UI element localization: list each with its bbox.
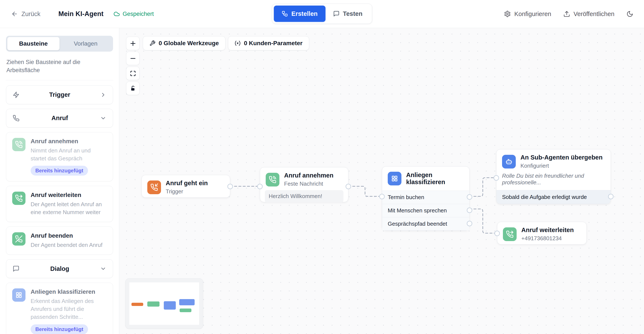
- customer-params-button[interactable]: 0 Kunden-Parameter: [228, 36, 309, 50]
- sidebar-tabs: Bausteine Vorlagen: [6, 36, 113, 52]
- global-tools-button[interactable]: 0 Globale Werkzeuge: [143, 36, 226, 50]
- branch-label: Mit Menschen sprechen: [388, 207, 447, 214]
- branch-gespraechspfad-beendet[interactable]: Gesprächspfad beendet: [382, 217, 469, 230]
- moon-icon: [626, 10, 633, 17]
- canvas-toolbar: 0 Globale Werkzeuge 0 Kunden-Parameter: [143, 36, 309, 50]
- publish-button[interactable]: Veröffentlichen: [563, 10, 614, 18]
- save-status: Gespeichert: [114, 11, 154, 17]
- robot-icon: [502, 155, 516, 168]
- block-body: Anruf beenden Der Agent beendet den Anru…: [30, 232, 102, 249]
- output-handle[interactable]: [227, 184, 233, 189]
- welcome-message: Herzlich Willkommen!: [265, 190, 344, 202]
- arrow-left-icon: [11, 10, 18, 17]
- tab-vorlagen[interactable]: Vorlagen: [60, 37, 112, 50]
- tab-bausteine[interactable]: Bausteine: [7, 37, 60, 50]
- sidebar-hint: Ziehen Sie Bausteine auf die Arbeitsfläc…: [6, 58, 112, 74]
- customer-params-label: 0 Kunden-Parameter: [244, 40, 302, 47]
- node-title: Anruf annehmen: [284, 172, 333, 179]
- node-subtitle: Konfiguriert: [520, 162, 602, 169]
- output-handle[interactable]: [346, 184, 351, 189]
- variable-icon: [235, 40, 241, 46]
- block-anruf-weiterleiten[interactable]: Anruf weiterleiten Der Agent leitet den …: [6, 186, 113, 222]
- section-dialog-label: Dialog: [20, 265, 100, 272]
- block-desc: Erkennt das Anliegen des Anrufers und fü…: [30, 297, 107, 321]
- wrench-icon: [150, 40, 156, 46]
- back-button[interactable]: Zurück: [11, 10, 40, 18]
- zoom-in-button[interactable]: [126, 36, 140, 50]
- section-anruf-label: Anruf: [20, 114, 100, 122]
- blocks-sidebar: Bausteine Vorlagen Ziehen Sie Bausteine …: [0, 28, 119, 334]
- role-preview: Rolle Du bist ein freundlicher und profe…: [496, 172, 610, 190]
- chat-bubble-icon: [13, 265, 20, 272]
- edge-answer-classify: [348, 186, 382, 196]
- block-desc: Nimmt den Anruf an und startet das Gespr…: [30, 147, 107, 162]
- mode-switch: Erstellen Testen: [272, 4, 372, 24]
- minimap[interactable]: [125, 278, 203, 329]
- branch-label: Termin buchen: [388, 194, 424, 200]
- input-handle[interactable]: [494, 175, 499, 181]
- exit-label: Sobald die Aufgabe erledigt wurde: [502, 194, 587, 200]
- branch-output-handle[interactable]: [467, 194, 472, 200]
- node-title: Anruf weiterleiten: [521, 226, 574, 234]
- minimap-node: [179, 299, 194, 305]
- configure-button[interactable]: Konfigurieren: [504, 10, 551, 18]
- minimap-viewport: [129, 282, 199, 325]
- branch-output-handle[interactable]: [467, 208, 472, 213]
- node-subtitle: +491736801234: [521, 235, 574, 242]
- block-anruf-beenden[interactable]: Anruf beenden Der Agent beendet den Anru…: [6, 226, 113, 255]
- zap-icon: [13, 92, 20, 98]
- block-anliegen-klassifizieren[interactable]: Anliegen klassifizieren Erkennt das Anli…: [6, 282, 113, 334]
- node-anruf-geht-ein[interactable]: Anruf geht ein Trigger: [142, 175, 230, 198]
- node-title: An Sub-Agenten übergeben: [520, 154, 602, 161]
- section-trigger-label: Trigger: [20, 91, 100, 98]
- section-anruf[interactable]: Anruf: [6, 109, 113, 128]
- branch-mit-menschen-sprechen[interactable]: Mit Menschen sprechen: [382, 204, 469, 217]
- configure-label: Konfigurieren: [514, 10, 551, 18]
- header-actions: Konfigurieren Veröffentlichen: [504, 10, 633, 18]
- input-handle[interactable]: [257, 184, 263, 189]
- branch-termin-buchen[interactable]: Termin buchen: [382, 190, 469, 204]
- minimap-node: [132, 303, 143, 306]
- phone-forward-icon: [503, 228, 516, 241]
- section-trigger[interactable]: Trigger: [6, 86, 113, 104]
- node-sub-agent[interactable]: An Sub-Agenten übergeben Konfiguriert Ro…: [496, 149, 611, 204]
- block-title: Anruf weiterleiten: [30, 192, 107, 198]
- exit-output-handle[interactable]: [608, 194, 614, 199]
- phone-forward-icon: [12, 192, 26, 205]
- tab-build-label: Erstellen: [292, 10, 318, 17]
- section-dialog[interactable]: Dialog: [6, 259, 113, 278]
- header: Zurück Mein KI-Agent Gespeichert Erstell…: [0, 0, 644, 28]
- node-title: Anliegen klassifizieren: [406, 172, 464, 186]
- phone-incoming-icon: [147, 180, 161, 194]
- publish-label: Veröffentlichen: [574, 10, 614, 18]
- block-anruf-annehmen[interactable]: Anruf annehmen Nimmt den Anruf an und st…: [6, 132, 113, 182]
- input-handle[interactable]: [379, 194, 385, 199]
- node-anruf-annehmen[interactable]: Anruf annehmen Feste Nachricht Herzlich …: [260, 167, 348, 202]
- tab-test[interactable]: Testen: [326, 6, 370, 22]
- branch-output-handle[interactable]: [467, 221, 472, 226]
- upload-icon: [563, 10, 570, 17]
- save-status-label: Gespeichert: [123, 11, 154, 17]
- tab-build[interactable]: Erstellen: [274, 6, 326, 22]
- header-left: Zurück Mein KI-Agent Gespeichert: [0, 10, 154, 18]
- theme-toggle[interactable]: [626, 10, 633, 17]
- fit-view-button[interactable]: [126, 66, 140, 80]
- block-desc: Der Agent beendet den Anruf: [30, 241, 102, 249]
- node-anruf-weiterleiten[interactable]: Anruf weiterleiten +491736801234: [497, 222, 586, 244]
- block-title: Anliegen klassifizieren: [30, 288, 107, 295]
- flow-canvas[interactable]: 0 Globale Werkzeuge 0 Kunden-Parameter: [119, 28, 644, 334]
- exit-branch[interactable]: Sobald die Aufgabe erledigt wurde: [496, 190, 610, 204]
- block-body: Anruf weiterleiten Der Agent leitet den …: [30, 192, 107, 216]
- phone-icon: [13, 115, 20, 122]
- chevron-down-icon: [100, 115, 106, 122]
- unlock-icon: [130, 86, 136, 92]
- node-anliegen-klassifizieren[interactable]: Anliegen klassifizieren Termin buchen Mi…: [382, 166, 470, 230]
- lock-button[interactable]: [126, 82, 140, 95]
- minimap-node: [180, 308, 192, 312]
- input-handle[interactable]: [494, 230, 500, 236]
- zoom-out-button[interactable]: [126, 52, 140, 65]
- block-body: Anliegen klassifizieren Erkennt das Anli…: [30, 288, 107, 334]
- chat-bubble-icon: [333, 10, 340, 17]
- node-title: Anruf geht ein: [166, 180, 208, 187]
- node-subtitle: Trigger: [166, 188, 208, 195]
